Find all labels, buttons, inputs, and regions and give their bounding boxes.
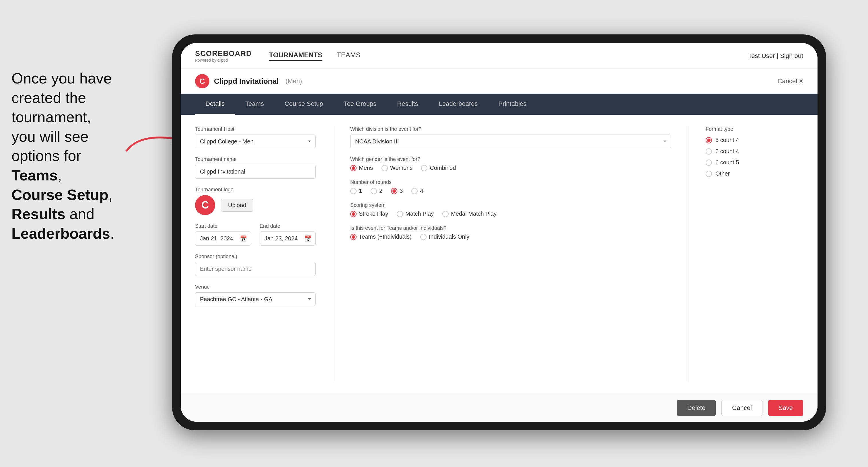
division-field-group: Which division is the event for? NCAA Di… (350, 126, 671, 148)
scoring-match[interactable]: Match Play (397, 211, 434, 217)
tab-course-setup[interactable]: Course Setup (274, 94, 334, 115)
sponsor-field-group: Sponsor (optional) (195, 254, 315, 276)
rounds-1[interactable]: 1 (350, 188, 362, 194)
end-date-field: End date 📅 (259, 223, 315, 246)
scoring-stroke-radio[interactable] (350, 211, 356, 217)
format-5count4[interactable]: 5 count 4 (706, 137, 803, 144)
tablet-device: SCOREBOARD Powered by clippd TOURNAMENTS… (172, 34, 826, 430)
upload-button[interactable]: Upload (221, 199, 253, 212)
right-column: Format type 5 count 4 6 count 4 6 count … (706, 126, 803, 382)
start-date-icon: 📅 (240, 235, 247, 242)
user-area: Test User | Sign out (748, 52, 803, 60)
scoring-radio-group: Stroke Play Match Play Medal Match Play (350, 211, 671, 217)
format-6count5[interactable]: 6 count 5 (706, 159, 803, 166)
nav-tournaments[interactable]: TOURNAMENTS (269, 51, 322, 61)
cancel-button[interactable]: Cancel (721, 400, 762, 416)
rounds-4[interactable]: 4 (411, 188, 423, 194)
user-sign-out[interactable]: Test User | Sign out (748, 52, 803, 59)
individuals-only-label: Individuals Only (429, 234, 469, 240)
gender-combined-radio[interactable] (421, 165, 427, 171)
bold-leaderboards: Leaderboards (11, 225, 110, 242)
format-6count4[interactable]: 6 count 4 (706, 148, 803, 155)
scoring-stroke-label: Stroke Play (359, 211, 388, 217)
gender-mens-label: Mens (359, 165, 373, 171)
rounds-3-label: 3 (400, 188, 403, 194)
rounds-field-group: Number of rounds 1 2 3 (350, 179, 671, 194)
individuals-only[interactable]: Individuals Only (420, 234, 469, 240)
start-date-field: Start date 📅 (195, 223, 251, 246)
tabs-bar: Details Teams Course Setup Tee Groups Re… (181, 94, 817, 115)
teams-label: Is this event for Teams and/or Individua… (350, 225, 671, 231)
bold-course-setup: Course Setup (11, 186, 108, 203)
venue-select[interactable]: Peachtree GC - Atlanta - GA (195, 292, 315, 306)
format-other-radio[interactable] (706, 171, 712, 177)
tab-printables[interactable]: Printables (488, 94, 537, 115)
scoring-label: Scoring system (350, 202, 671, 208)
rounds-2-radio[interactable] (371, 188, 377, 194)
scoring-medal-label: Medal Match Play (451, 211, 497, 217)
format-5count4-radio[interactable] (706, 137, 712, 144)
logo-upload-row: C Upload (195, 195, 315, 215)
gender-womens-radio[interactable] (381, 165, 388, 171)
gender-radio-group: Mens Womens Combined (350, 165, 671, 171)
end-date-label: End date (259, 223, 315, 229)
rounds-1-radio[interactable] (350, 188, 356, 194)
tab-results[interactable]: Results (387, 94, 428, 115)
division-select[interactable]: NCAA Division III (350, 134, 671, 148)
format-6count5-radio[interactable] (706, 159, 712, 166)
sponsor-input[interactable] (195, 262, 315, 276)
format-other[interactable]: Other (706, 170, 803, 177)
logo-circle: C (195, 195, 215, 215)
rounds-label: Number of rounds (350, 179, 671, 185)
cancel-header-button[interactable]: Cancel X (778, 77, 803, 85)
delete-button[interactable]: Delete (677, 400, 716, 416)
name-input[interactable] (195, 165, 315, 179)
save-button[interactable]: Save (768, 400, 803, 416)
rounds-4-label: 4 (420, 188, 423, 194)
tournament-name: Clippd Invitational (214, 77, 279, 86)
scoring-match-radio[interactable] (397, 211, 403, 217)
instruction-line1: Once you have (11, 70, 112, 87)
col-divider-1 (333, 126, 333, 382)
tab-leaderboards[interactable]: Leaderboards (429, 94, 488, 115)
rounds-3-radio[interactable] (391, 188, 397, 194)
name-label: Tournament name (195, 156, 315, 162)
instruction-line4: you will see (11, 128, 89, 145)
sponsor-label: Sponsor (optional) (195, 254, 315, 259)
rounds-2[interactable]: 2 (371, 188, 382, 194)
host-select[interactable]: Clippd College - Men (195, 134, 315, 148)
tournament-subtitle: (Men) (285, 77, 302, 85)
date-input-row: Start date 📅 End date 📅 (195, 223, 315, 246)
gender-mens[interactable]: Mens (350, 165, 373, 171)
dates-field-group: Start date 📅 End date 📅 (195, 223, 315, 246)
and-text: and (65, 206, 94, 222)
main-content: Tournament Host Clippd College - Men Tou… (181, 115, 817, 394)
venue-label: Venue (195, 284, 315, 290)
format-options-group: 5 count 4 6 count 4 6 count 5 Other (706, 137, 803, 177)
nav-teams[interactable]: TEAMS (337, 51, 361, 61)
scoring-medal[interactable]: Medal Match Play (442, 211, 497, 217)
top-navigation: SCOREBOARD Powered by clippd TOURNAMENTS… (181, 43, 817, 69)
tab-details[interactable]: Details (195, 94, 235, 115)
scoring-match-label: Match Play (405, 211, 434, 217)
rounds-4-radio[interactable] (411, 188, 417, 194)
tablet-screen: SCOREBOARD Powered by clippd TOURNAMENTS… (181, 43, 817, 422)
end-date-wrap: 📅 (259, 231, 315, 246)
scoring-medal-radio[interactable] (442, 211, 448, 217)
tab-tee-groups[interactable]: Tee Groups (334, 94, 387, 115)
tab-teams[interactable]: Teams (235, 94, 274, 115)
gender-womens[interactable]: Womens (381, 165, 413, 171)
rounds-3[interactable]: 3 (391, 188, 403, 194)
individuals-only-radio[interactable] (420, 234, 427, 240)
gender-mens-radio[interactable] (350, 165, 356, 171)
teams-and-individuals-radio[interactable] (350, 234, 356, 240)
teams-and-individuals[interactable]: Teams (+Individuals) (350, 234, 412, 240)
name-field-group: Tournament name (195, 156, 315, 179)
instruction-line3: tournament, (11, 109, 91, 125)
scoring-stroke[interactable]: Stroke Play (350, 211, 388, 217)
gender-combined[interactable]: Combined (421, 165, 456, 171)
instruction-line2: created the (11, 90, 86, 106)
start-date-wrap: 📅 (195, 231, 251, 246)
format-6count4-radio[interactable] (706, 148, 712, 155)
logo-label: Tournament logo (195, 187, 315, 193)
